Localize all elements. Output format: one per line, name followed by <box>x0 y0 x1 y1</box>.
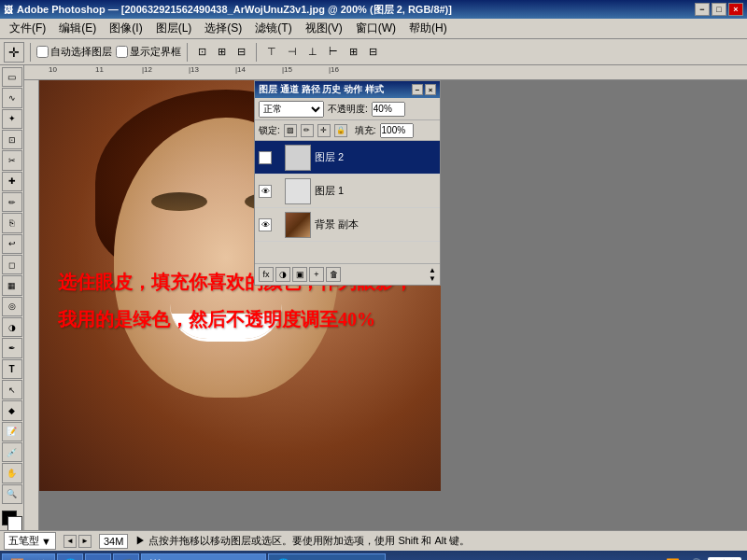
transform-btn-2[interactable]: ⊞ <box>213 43 231 61</box>
menu-file[interactable]: 文件(F) <box>4 19 51 38</box>
opacity-input[interactable] <box>372 102 405 117</box>
type-tool[interactable]: T <box>2 359 22 379</box>
move-tool-button[interactable]: ✛ <box>4 42 24 63</box>
taskbar-forum-app[interactable]: 🌐 中国教程网论坛 ... <box>268 553 386 560</box>
align-btn-4[interactable]: ⊢ <box>324 43 343 61</box>
healing-tool[interactable]: ✚ <box>2 172 22 191</box>
next-page-btn[interactable]: ► <box>78 535 92 548</box>
show-bounds-checkbox[interactable]: 显示定界框 <box>116 45 181 59</box>
auto-select-input[interactable] <box>36 46 49 58</box>
scroll-up-icon[interactable]: ▲ <box>429 266 436 274</box>
blur-tool[interactable]: ◎ <box>2 297 22 316</box>
ruler-marks: 10 11 |12 |13 |14 |15 |16 <box>39 65 747 79</box>
menu-filter[interactable]: 滤镜(T) <box>249 19 297 38</box>
fill-input[interactable] <box>380 123 414 138</box>
crop-tool[interactable]: ⊡ <box>2 130 22 149</box>
menu-layer[interactable]: 图层(L) <box>150 19 198 38</box>
ruler-mark-16: |16 <box>329 65 339 74</box>
dodge-tool[interactable]: ◑ <box>2 317 22 337</box>
layer-bg-visibility[interactable]: 👁 <box>259 218 272 231</box>
minimize-button[interactable]: − <box>695 3 710 16</box>
ruler-mark-15: |15 <box>282 65 292 74</box>
transform-btn-3[interactable]: ⊟ <box>233 43 250 61</box>
blend-mode-select[interactable]: 正常 溶解 正片叠底 <box>259 101 324 118</box>
add-mask-btn[interactable]: ◑ <box>275 267 290 282</box>
start-button[interactable]: 🪟 开始 <box>2 553 55 560</box>
lock-transparent-btn[interactable]: ▨ <box>284 124 297 137</box>
prev-page-btn[interactable]: ◄ <box>63 535 77 548</box>
align-btn-1[interactable]: ⊤ <box>262 43 281 61</box>
layers-minimize-btn[interactable]: − <box>412 84 423 95</box>
color-swatches[interactable] <box>2 509 22 528</box>
align-btn-5[interactable]: ⊞ <box>345 43 362 61</box>
layer-row-2[interactable]: 👁 图层 2 <box>255 141 440 175</box>
notes-tool[interactable]: 📝 <box>2 422 22 441</box>
layers-controls-row: 正常 溶解 正片叠底 不透明度: <box>255 98 440 120</box>
menu-select[interactable]: 选择(S) <box>199 19 247 38</box>
lock-all-btn[interactable]: 🔒 <box>334 124 347 137</box>
transform-controls: ⊡ ⊞ ⊟ <box>193 43 250 61</box>
photo-container: 选住眼皮，填充你喜欢的颜色，作为眼影， 我用的是绿色，然后不透明度调至40% 图… <box>39 80 441 491</box>
pen-tool[interactable]: ✒ <box>2 338 22 357</box>
eyedropper-tool[interactable]: 💉 <box>2 442 22 462</box>
maximize-button[interactable]: □ <box>712 3 726 16</box>
eraser-tool[interactable]: ◻ <box>2 255 22 274</box>
layers-scrollbar[interactable]: ▲ ▼ <box>429 266 436 283</box>
layer-1-name: 图层 1 <box>315 184 436 198</box>
tray-volume-icon: 🔊 <box>685 555 704 560</box>
taskbar-ie-icon[interactable]: 🌐 <box>57 553 83 560</box>
menu-edit[interactable]: 编辑(E) <box>53 19 102 38</box>
align-btn-6[interactable]: ⊟ <box>364 43 382 61</box>
layer-bg-thumb <box>285 212 311 238</box>
align-btn-3[interactable]: ⊥ <box>303 43 322 61</box>
layer-2-visibility[interactable]: 👁 <box>259 151 272 164</box>
lock-position-btn[interactable]: ✛ <box>317 124 331 137</box>
slice-tool[interactable]: ✂ <box>2 150 22 170</box>
layers-close-btn[interactable]: × <box>425 84 436 95</box>
menu-view[interactable]: 视图(V) <box>300 19 348 38</box>
opacity-label: 不透明度: <box>328 103 368 116</box>
menu-image[interactable]: 图像(I) <box>104 19 148 38</box>
layers-panel-titlebar[interactable]: 图层 通道 路径 历史 动作 样式 − × <box>255 81 440 98</box>
file-size-indicator: 34M <box>99 534 128 549</box>
background-color[interactable] <box>7 516 22 530</box>
auto-select-label: 自动选择图层 <box>50 45 112 59</box>
menu-bar: 文件(F) 编辑(E) 图像(I) 图层(L) 选择(S) 滤镜(T) 视图(V… <box>0 19 747 39</box>
input-method-indicator[interactable]: 五笔型 ▼ <box>4 532 56 550</box>
layer-row-1[interactable]: 👁 图层 1 <box>255 175 440 208</box>
align-btn-2[interactable]: ⊣ <box>283 43 302 61</box>
history-brush-tool[interactable]: ↩ <box>2 234 22 254</box>
delete-layer-btn[interactable]: 🗑 <box>326 267 341 282</box>
taskbar-media-icon[interactable]: 🎵 <box>113 553 139 560</box>
lasso-tool[interactable]: ∿ <box>2 88 22 107</box>
auto-select-checkbox[interactable]: 自动选择图层 <box>36 45 112 59</box>
scroll-down-icon[interactable]: ▼ <box>429 274 436 283</box>
lock-image-btn[interactable]: ✏ <box>301 124 314 137</box>
close-button[interactable]: × <box>728 3 743 16</box>
hand-tool[interactable]: ✋ <box>2 463 22 483</box>
add-layer-style-btn[interactable]: fx <box>259 267 274 282</box>
new-group-btn[interactable]: ▣ <box>292 267 307 282</box>
magic-wand-tool[interactable]: ✦ <box>2 109 22 129</box>
status-bar: 五笔型 ▼ ◄ ► 34M ▶ 点按并拖移以移动图层或选区。要使用附加选项，使用… <box>0 530 747 551</box>
layers-bottom-controls: fx ◑ ▣ + 🗑 ▲ ▼ <box>255 263 440 285</box>
menu-window[interactable]: 窗口(W) <box>350 19 402 38</box>
selection-tool[interactable]: ▭ <box>2 67 22 87</box>
clone-tool[interactable]: ⎘ <box>2 213 22 232</box>
new-layer-btn[interactable]: + <box>309 267 324 282</box>
taskbar-folder-icon[interactable]: 📁 <box>85 553 111 560</box>
menu-help[interactable]: 帮助(H) <box>403 19 453 38</box>
layer-row-bg[interactable]: 👁 背景 副本 <box>255 208 440 242</box>
transform-btn-1[interactable]: ⊡ <box>193 43 211 61</box>
shape-tool[interactable]: ◆ <box>2 400 22 420</box>
show-bounds-input[interactable] <box>116 46 128 58</box>
align-controls: ⊤ ⊣ ⊥ ⊢ ⊞ ⊟ <box>262 43 382 61</box>
taskbar-photoshop-app[interactable]: 🖼 Adobe Photoshop ... <box>141 553 266 560</box>
path-select-tool[interactable]: ↖ <box>2 380 22 399</box>
brush-tool[interactable]: ✏ <box>2 192 22 212</box>
zoom-tool[interactable]: 🔍 <box>2 484 22 504</box>
layer-1-thumb <box>285 178 311 204</box>
file-size-label: 34M <box>104 536 123 547</box>
gradient-tool[interactable]: ▦ <box>2 275 22 295</box>
layer-1-visibility[interactable]: 👁 <box>259 185 272 198</box>
